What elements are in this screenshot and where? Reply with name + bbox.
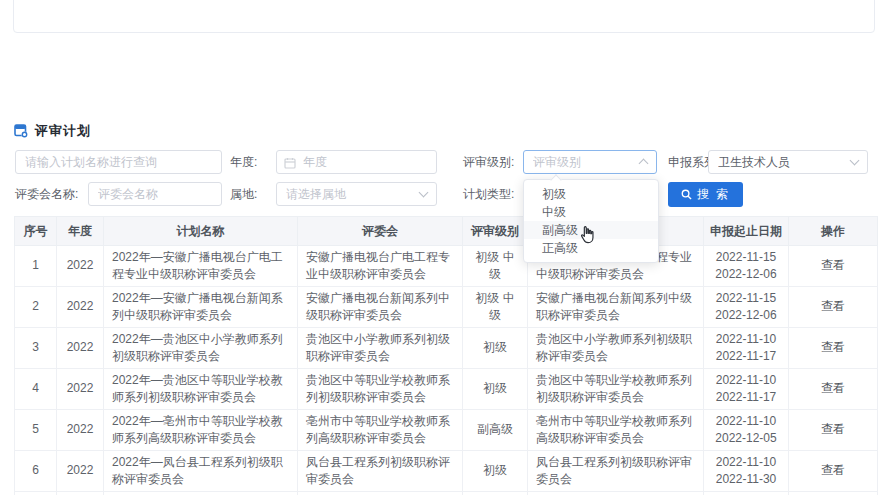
year-cell: 2022 — [57, 410, 104, 451]
row-number: 3 — [15, 328, 57, 369]
review-committee-cell: 凤台县工程系列初级职称评审委员会 — [528, 451, 704, 492]
action-cell: 查看 — [789, 492, 878, 495]
view-link[interactable]: 查看 — [821, 463, 845, 477]
column-header: 计划名称 — [104, 217, 298, 246]
table-row: 520222022年—亳州市中等职业学校教师系列高级职称评审委员会亳州市中等职业… — [15, 410, 878, 451]
level-cell: 初级 — [463, 451, 528, 492]
view-link[interactable]: 查看 — [821, 299, 845, 313]
date-range-cell: 2022-11-102022-12-05 — [704, 410, 789, 451]
date-range-cell: 2022-11-102022-11-17 — [704, 328, 789, 369]
table-header-row: 序号年度计划名称评委会评审级别评审委员会申报起止日期操作 — [15, 217, 878, 246]
committee-cell: 安徽广播电视台广电工程专业中级职称评审委员会 — [298, 246, 463, 287]
review-committee-cell: 贵池区中小学教师系列初级职称评审委员会 — [528, 328, 704, 369]
review-committee-cell: 亳州市中小学教师系列中级职称评审委员会 — [528, 492, 704, 495]
review-committee-cell: 贵池区中等职业学校教师系列初级职称评审委员会 — [528, 369, 704, 410]
date-start: 2022-11-10 — [712, 454, 780, 471]
row-number: 5 — [15, 410, 57, 451]
level-cell: 副高级 — [463, 410, 528, 451]
action-cell: 查看 — [789, 410, 878, 451]
row-number: 4 — [15, 369, 57, 410]
row-number: 2 — [15, 287, 57, 328]
view-link[interactable]: 查看 — [821, 381, 845, 395]
plan-document-icon — [14, 124, 28, 138]
level-cell: 中级 — [463, 492, 528, 495]
row-number: 7 — [15, 492, 57, 495]
plan-name-cell: 2022年—贵池区中小学教师系列初级职称评审委员会 — [104, 328, 298, 369]
review-level-select[interactable]: 评审级别 — [523, 150, 657, 174]
committee-name-label: 评委会名称: — [15, 182, 78, 206]
level-cell: 初级 中级 — [463, 287, 528, 328]
row-number: 6 — [15, 451, 57, 492]
year-cell: 2022 — [57, 328, 104, 369]
row-number: 1 — [15, 246, 57, 287]
plan-name-cell: 2022年—安徽广播电视台新闻系列中级职称评审委员会 — [104, 287, 298, 328]
search-button[interactable]: 搜 索 — [668, 182, 743, 207]
table-body: 120222022年—安徽广播电视台广电工程专业中级职称评审委员会安徽广播电视台… — [15, 246, 878, 495]
year-cell: 2022 — [57, 287, 104, 328]
level-cell: 初级 中级 — [463, 246, 528, 287]
committee-cell: 安徽广播电视台新闻系列中级职称评审委员会 — [298, 287, 463, 328]
plan-name-cell: 2022年—亳州市中小学教师系列中级职称评审委员会 — [104, 492, 298, 495]
date-range-cell: 2022-11-152022-12-06 — [704, 246, 789, 287]
year-cell: 2022 — [57, 492, 104, 495]
plan-name-search-input[interactable] — [15, 150, 222, 174]
top-empty-panel — [13, 0, 875, 33]
search-icon — [681, 189, 692, 200]
date-end: 2022-11-30 — [712, 471, 780, 488]
region-placeholder: 请选择属地 — [286, 186, 420, 203]
review-committee-cell: 亳州市中等职业学校教师系列高级职称评审委员会 — [528, 410, 704, 451]
table-row: 620222022年—凤台县工程系列初级职称评审委员会凤台县工程系列初级职称评审… — [15, 451, 878, 492]
date-end: 2022-11-17 — [712, 348, 780, 365]
section-header: 评审计划 — [14, 122, 91, 140]
date-start: 2022-11-10 — [712, 372, 780, 389]
plans-table: 序号年度计划名称评委会评审级别评审委员会申报起止日期操作 120222022年—… — [14, 216, 878, 495]
search-button-label: 搜 索 — [697, 186, 730, 203]
view-link[interactable]: 查看 — [821, 340, 845, 354]
view-link[interactable]: 查看 — [821, 422, 845, 436]
committee-name-input[interactable] — [88, 182, 222, 206]
review-level-dropdown: 初级中级副高级正高级 — [523, 179, 659, 263]
plan-name-cell: 2022年—凤台县工程系列初级职称评审委员会 — [104, 451, 298, 492]
year-date-picker[interactable] — [276, 150, 437, 174]
series-select[interactable]: 卫生技术人员 — [708, 150, 868, 174]
dropdown-option[interactable]: 中级 — [524, 203, 658, 221]
review-committee-cell: 安徽广播电视台新闻系列中级职称评审委员会 — [528, 287, 704, 328]
date-end: 2022-12-06 — [712, 266, 780, 283]
table-row: 320222022年—贵池区中小学教师系列初级职称评审委员会贵池区中小学教师系列… — [15, 328, 878, 369]
plan-type-label: 计划类型: — [463, 182, 514, 206]
action-cell: 查看 — [789, 287, 878, 328]
chevron-down-icon — [850, 156, 860, 166]
date-range-cell: 2022-11-102022-12-05 — [704, 492, 789, 495]
page: 评审计划 年度: 评审级别: 评审级别 申报系列: 卫生技术人员 评委会名称: … — [0, 0, 880, 495]
level-cell: 初级 — [463, 369, 528, 410]
dropdown-option[interactable]: 初级 — [524, 185, 658, 203]
region-select[interactable]: 请选择属地 — [276, 182, 437, 206]
chevron-down-icon — [419, 188, 429, 198]
column-header: 评委会 — [298, 217, 463, 246]
table-row: 120222022年—安徽广播电视台广电工程专业中级职称评审委员会安徽广播电视台… — [15, 246, 878, 287]
view-link[interactable]: 查看 — [821, 258, 845, 272]
dropdown-arrow — [550, 174, 561, 185]
table-row: 720222022年—亳州市中小学教师系列中级职称评审委员会亳州市中小学教师系列… — [15, 492, 878, 495]
column-header: 评审级别 — [463, 217, 528, 246]
review-level-label: 评审级别: — [463, 150, 514, 174]
dropdown-options: 初级中级副高级正高级 — [524, 185, 658, 257]
plan-name-cell: 2022年—亳州市中等职业学校教师系列高级职称评审委员会 — [104, 410, 298, 451]
date-start: 2022-11-10 — [712, 413, 780, 430]
dropdown-option[interactable]: 正高级 — [524, 239, 658, 257]
date-range-cell: 2022-11-102022-11-17 — [704, 369, 789, 410]
year-cell: 2022 — [57, 451, 104, 492]
region-label: 属地: — [230, 182, 257, 206]
date-end: 2022-12-06 — [712, 307, 780, 324]
column-header: 操作 — [789, 217, 878, 246]
series-value: 卫生技术人员 — [718, 154, 851, 171]
chevron-up-icon — [639, 159, 649, 169]
dropdown-option[interactable]: 副高级 — [524, 221, 658, 239]
page-title: 评审计划 — [35, 122, 91, 140]
date-start: 2022-11-15 — [712, 290, 780, 307]
year-input[interactable] — [276, 150, 437, 174]
table-row: 420222022年—贵池区中等职业学校教师系列初级职称评审委员会贵池区中等职业… — [15, 369, 878, 410]
table-row: 220222022年—安徽广播电视台新闻系列中级职称评审委员会安徽广播电视台新闻… — [15, 287, 878, 328]
action-cell: 查看 — [789, 328, 878, 369]
date-range-cell: 2022-11-102022-11-30 — [704, 451, 789, 492]
